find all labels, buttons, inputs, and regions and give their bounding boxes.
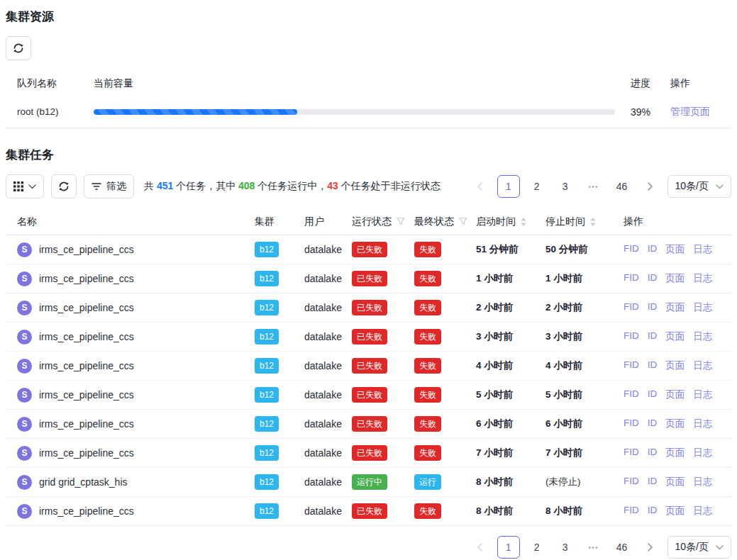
action-link-页面[interactable]: 页面 — [665, 505, 685, 517]
task-name[interactable]: irms_ce_pipeline_ccs — [39, 360, 134, 371]
task-name[interactable]: irms_ce_pipeline_ccs — [39, 244, 134, 255]
action-link-ID[interactable]: ID — [648, 447, 658, 459]
sorter-icon[interactable] — [521, 218, 526, 226]
action-link-ID[interactable]: ID — [648, 505, 658, 517]
action-link-FID[interactable]: FID — [624, 476, 639, 488]
pagination-prev-button[interactable] — [469, 175, 492, 198]
action-link-ID[interactable]: ID — [648, 388, 658, 401]
action-link-日志[interactable]: 日志 — [693, 505, 712, 517]
manage-page-link[interactable]: 管理页面 — [670, 106, 710, 117]
action-link-FID[interactable]: FID — [624, 330, 639, 343]
funnel-filter-icon[interactable] — [397, 218, 405, 225]
final-status-cell: 失败 — [414, 445, 476, 460]
action-link-FID[interactable]: FID — [624, 388, 639, 401]
task-name[interactable]: irms_ce_pipeline_ccs — [39, 505, 134, 517]
action-link-FID[interactable]: FID — [624, 418, 639, 430]
action-link-日志[interactable]: 日志 — [693, 388, 712, 401]
action-link-日志[interactable]: 日志 — [693, 272, 712, 285]
avatar: S — [17, 475, 32, 490]
resources-col-progress: 进度 — [631, 77, 666, 90]
action-link-日志[interactable]: 日志 — [693, 359, 712, 372]
cluster-badge: b12 — [255, 503, 279, 518]
action-link-FID[interactable]: FID — [624, 359, 639, 372]
final-status-cell: 失败 — [414, 416, 476, 431]
action-link-ID[interactable]: ID — [648, 418, 658, 430]
action-link-ID[interactable]: ID — [648, 301, 658, 314]
action-link-日志[interactable]: 日志 — [693, 301, 712, 314]
cluster-cell: b12 — [255, 271, 304, 286]
pagination-page-2[interactable]: 2 — [526, 175, 548, 198]
action-link-ID[interactable]: ID — [648, 330, 658, 343]
action-link-页面[interactable]: 页面 — [665, 476, 685, 488]
action-link-页面[interactable]: 页面 — [665, 388, 685, 401]
stop-time: 5 小时前 — [545, 388, 624, 401]
action-link-页面[interactable]: 页面 — [665, 447, 685, 459]
pagination-page-46[interactable]: 46 — [611, 536, 633, 559]
tasks-refresh-button[interactable] — [51, 174, 77, 198]
actions-cell: FIDID页面日志 — [624, 505, 731, 517]
action-link-FID[interactable]: FID — [624, 505, 639, 517]
tasks-summary: 共 451 个任务，其中 408 个任务运行中，43 个任务处于非运行状态 — [144, 180, 440, 193]
pagination-page-1[interactable]: 1 — [497, 175, 520, 198]
task-name[interactable]: grid grid_cptask_his — [39, 476, 128, 488]
action-link-ID[interactable]: ID — [648, 272, 658, 285]
page-size-select[interactable]: 10条/页 — [667, 536, 731, 559]
summary-running-count: 408 — [238, 180, 255, 191]
user-cell: datalake — [304, 302, 352, 313]
action-link-ID[interactable]: ID — [648, 476, 658, 488]
action-link-日志[interactable]: 日志 — [693, 447, 712, 459]
resources-title: 集群资源 — [6, 9, 731, 25]
pagination-ellipsis[interactable]: ••• — [582, 536, 605, 559]
action-link-日志[interactable]: 日志 — [693, 418, 712, 430]
funnel-filter-icon[interactable] — [459, 218, 467, 225]
action-link-页面[interactable]: 页面 — [665, 272, 685, 285]
summary-total-count: 451 — [157, 180, 173, 191]
pagination-ellipsis[interactable]: ••• — [582, 175, 605, 198]
run-status-badge: 运行中 — [352, 474, 387, 489]
sorter-icon[interactable] — [590, 218, 596, 226]
task-name[interactable]: irms_ce_pipeline_ccs — [39, 273, 134, 284]
chevron-left-icon — [477, 543, 483, 551]
pagination-page-1[interactable]: 1 — [497, 536, 520, 559]
chevron-down-icon — [716, 184, 724, 189]
action-link-页面[interactable]: 页面 — [665, 243, 685, 256]
task-name[interactable]: irms_ce_pipeline_ccs — [39, 331, 134, 342]
action-link-日志[interactable]: 日志 — [693, 330, 712, 343]
action-link-页面[interactable]: 页面 — [665, 359, 685, 372]
action-link-FID[interactable]: FID — [624, 447, 639, 459]
action-link-ID[interactable]: ID — [648, 359, 658, 372]
action-link-FID[interactable]: FID — [624, 301, 639, 314]
pagination-page-3[interactable]: 3 — [554, 175, 577, 198]
task-name[interactable]: irms_ce_pipeline_ccs — [39, 418, 134, 430]
filter-button[interactable]: 筛选 — [84, 174, 134, 198]
pagination-next-button[interactable] — [639, 175, 662, 198]
task-name[interactable]: irms_ce_pipeline_ccs — [39, 447, 134, 459]
action-link-FID[interactable]: FID — [624, 272, 639, 285]
actions-cell: FIDID页面日志 — [624, 447, 731, 459]
column-settings-button[interactable] — [6, 174, 44, 198]
resources-col-capacity: 当前容量 — [94, 77, 631, 90]
avatar: S — [17, 417, 32, 432]
pagination-prev-button[interactable] — [469, 536, 492, 559]
run-status-badge: 已失败 — [352, 416, 387, 431]
task-name[interactable]: irms_ce_pipeline_ccs — [39, 302, 134, 313]
cluster-badge: b12 — [255, 474, 279, 489]
final-status-badge: 失败 — [414, 387, 441, 402]
pagination-next-button[interactable] — [639, 536, 662, 559]
pagination-page-3[interactable]: 3 — [554, 536, 577, 559]
action-link-页面[interactable]: 页面 — [665, 301, 685, 314]
task-name[interactable]: irms_ce_pipeline_ccs — [39, 389, 134, 401]
summary-text: 个任务，其中 — [173, 180, 238, 191]
cluster-cell: b12 — [255, 242, 304, 257]
action-link-日志[interactable]: 日志 — [693, 243, 712, 256]
cluster-cell: b12 — [255, 387, 304, 402]
action-link-页面[interactable]: 页面 — [665, 330, 685, 343]
action-link-FID[interactable]: FID — [624, 243, 639, 256]
resources-refresh-button[interactable] — [6, 36, 31, 60]
action-link-ID[interactable]: ID — [648, 243, 658, 256]
action-link-日志[interactable]: 日志 — [693, 476, 712, 488]
pagination-page-2[interactable]: 2 — [526, 536, 548, 559]
pagination-page-46[interactable]: 46 — [611, 175, 633, 198]
page-size-select[interactable]: 10条/页 — [667, 175, 731, 198]
action-link-页面[interactable]: 页面 — [665, 418, 685, 430]
